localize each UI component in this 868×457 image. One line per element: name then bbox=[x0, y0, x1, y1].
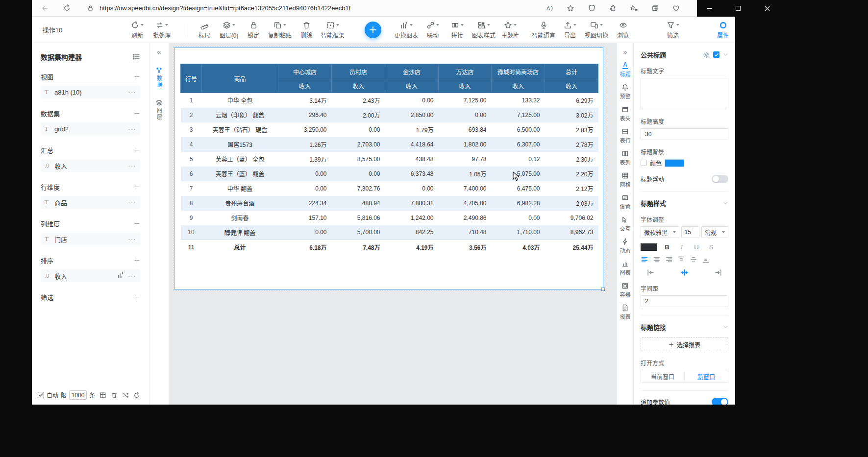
font-weight-select[interactable]: 常规 bbox=[701, 226, 728, 238]
strip-item-table-column[interactable]: 表列 bbox=[620, 150, 631, 166]
expand-panel-icon[interactable]: » bbox=[623, 48, 627, 56]
cell-value[interactable]: 9,706.02 bbox=[545, 211, 598, 225]
cell-value[interactable]: 8,575.00 bbox=[332, 152, 385, 167]
align-to-left-edge-icon[interactable] bbox=[646, 268, 655, 277]
toolbar-linkage[interactable]: 联动 bbox=[421, 20, 445, 39]
cell-value[interactable]: 6,307.00 bbox=[492, 137, 545, 152]
strip-item-grid[interactable]: 网格 bbox=[620, 172, 631, 188]
trash-icon[interactable] bbox=[111, 392, 118, 399]
table-row[interactable]: 2 云烟（印象） 翻盖 296.40 2.00万 2,850.00 0.00 7… bbox=[181, 108, 598, 122]
cell-product[interactable]: 云烟（印象） 翻盖 bbox=[202, 108, 278, 122]
cell-value[interactable]: 7,125.00 bbox=[492, 108, 545, 122]
cell-value[interactable]: 6,500.00 bbox=[492, 122, 545, 137]
cell-product[interactable]: 中华 翻盖 bbox=[202, 181, 278, 196]
browser-essentials-icon[interactable] bbox=[670, 2, 682, 15]
font-color-swatch[interactable] bbox=[641, 243, 657, 251]
table-row[interactable]: 3 芙蓉王（钻石） 硬盒 3,250.00 0.00 1.79万 693.84 … bbox=[181, 122, 598, 137]
strip-item-title[interactable]: A 标题 bbox=[620, 62, 631, 78]
table-row[interactable]: 1 中华 全包 3.14万 2.43万 0.00 7,125.00 133.32… bbox=[181, 93, 598, 108]
cell-value[interactable]: 6.29万 bbox=[545, 93, 598, 108]
cell-rowno[interactable]: 6 bbox=[181, 167, 202, 181]
cell-value[interactable]: 2.78万 bbox=[545, 137, 598, 152]
cell-value[interactable]: 0.00 bbox=[492, 211, 545, 225]
add-widget-button[interactable] bbox=[365, 22, 381, 38]
cell-value[interactable]: 0.00 bbox=[278, 167, 332, 181]
cell-value[interactable]: 4.03万 bbox=[492, 240, 545, 255]
cell-rowno[interactable]: 2 bbox=[181, 108, 202, 122]
chevron-down-icon[interactable] bbox=[723, 52, 728, 57]
cell-value[interactable]: 2,850.00 bbox=[385, 108, 439, 122]
cell-rowno[interactable]: 4 bbox=[181, 137, 202, 152]
cell-value[interactable]: 1.39万 bbox=[278, 152, 332, 167]
cell-rowno[interactable]: 1 bbox=[181, 93, 202, 108]
toolbar-chart-style[interactable]: 图表样式 bbox=[470, 20, 498, 39]
cell-value[interactable]: 488.94 bbox=[332, 196, 385, 211]
col-header-total[interactable]: 总计 bbox=[545, 64, 598, 79]
align-to-right-edge-icon[interactable] bbox=[714, 268, 722, 277]
cell-rowno[interactable]: 5 bbox=[181, 152, 202, 167]
bold-icon[interactable]: B bbox=[662, 243, 672, 251]
cell-rowno[interactable]: 11 bbox=[181, 240, 202, 255]
cell-value[interactable]: 1.26万 bbox=[278, 137, 332, 152]
cell-value[interactable]: 25.44万 bbox=[545, 240, 598, 255]
cell-value[interactable]: 7,880.31 bbox=[385, 196, 439, 211]
table-row[interactable]: 8 贵州茅台酒 224.34 488.94 7,880.31 4,705.00 … bbox=[181, 196, 598, 211]
cell-value[interactable]: 2,703.00 bbox=[332, 137, 385, 152]
tab-data[interactable]: 数据 bbox=[155, 67, 163, 88]
more-icon[interactable]: ··· bbox=[128, 126, 136, 131]
sub-header-revenue[interactable]: 收入 bbox=[545, 79, 598, 93]
cell-value[interactable]: 157.10 bbox=[278, 211, 332, 225]
table-row[interactable]: 5 芙蓉王（蓝） 全包 1.39万 8,575.00 438.48 97.78 … bbox=[181, 152, 598, 167]
sort-order-icon[interactable] bbox=[117, 272, 124, 279]
field-item[interactable]: T 门店 ··· bbox=[41, 233, 140, 245]
add-icon[interactable] bbox=[134, 294, 140, 300]
cell-product[interactable]: 贵州茅台酒 bbox=[202, 196, 278, 211]
toolbar-layers[interactable]: 图层(0) bbox=[217, 20, 241, 39]
bg-color-checkbox[interactable] bbox=[641, 160, 647, 166]
cell-value[interactable]: 2.83万 bbox=[545, 122, 598, 137]
add-icon[interactable] bbox=[134, 220, 140, 227]
cell-product[interactable]: 总计 bbox=[202, 240, 278, 255]
cell-value[interactable]: 4.19万 bbox=[385, 240, 439, 255]
cell-value[interactable]: 0.12 bbox=[492, 152, 545, 167]
cell-product[interactable]: 醇健牌 翻盖 bbox=[202, 225, 278, 240]
reload-icon[interactable] bbox=[60, 2, 73, 15]
font-size-select[interactable]: 15 bbox=[681, 226, 699, 238]
cell-rowno[interactable]: 7 bbox=[181, 181, 202, 196]
add-icon[interactable] bbox=[134, 110, 140, 117]
cell-value[interactable]: 133.32 bbox=[492, 93, 545, 108]
cell-value[interactable]: 7,125.00 bbox=[439, 93, 492, 108]
cell-value[interactable]: 0.00 bbox=[439, 108, 492, 122]
col-header-store[interactable]: 中心城店 bbox=[278, 64, 332, 79]
cell-value[interactable]: 296.40 bbox=[278, 108, 332, 122]
strip-item-table-header[interactable]: 表头 bbox=[620, 106, 631, 122]
italic-icon[interactable]: I bbox=[677, 243, 687, 251]
col-header-rowno[interactable]: 行号 bbox=[181, 64, 202, 93]
cell-value[interactable]: 6,982.28 bbox=[492, 196, 545, 211]
cell-value[interactable]: 0.00 bbox=[332, 122, 385, 137]
strip-item-dynamic[interactable]: 动态 bbox=[620, 238, 631, 254]
cell-value[interactable]: 1,802.00 bbox=[439, 137, 492, 152]
add-icon[interactable] bbox=[134, 147, 140, 153]
col-header-product[interactable]: 商品 bbox=[202, 64, 278, 93]
cell-value[interactable]: 2.12万 bbox=[545, 181, 598, 196]
toolbar-change-chart[interactable]: 更换图表 bbox=[392, 20, 421, 39]
design-canvas[interactable]: 行号 商品 中心城店 员村店 金沙店 万达店 豫城时尚商场店 总计 收入 bbox=[169, 43, 617, 405]
toolbar-theme-library[interactable]: 主题库 bbox=[498, 20, 522, 39]
more-icon[interactable]: ··· bbox=[128, 200, 136, 205]
sub-header-revenue[interactable]: 收入 bbox=[385, 79, 439, 93]
strip-item-report[interactable]: 报表 bbox=[620, 304, 631, 320]
close-button[interactable] bbox=[761, 2, 773, 15]
collapse-sidebar-icon[interactable]: « bbox=[157, 48, 161, 56]
underline-icon[interactable]: U bbox=[692, 243, 701, 251]
toolbar-batch[interactable]: 批处理 bbox=[149, 20, 174, 39]
auto-checkbox[interactable] bbox=[38, 392, 44, 398]
select-report-button[interactable]: 选择报表 bbox=[641, 337, 728, 351]
more-icon[interactable]: ··· bbox=[128, 90, 136, 95]
cell-value[interactable]: 6,475.00 bbox=[492, 181, 545, 196]
more-icon[interactable]: ··· bbox=[128, 273, 136, 278]
sub-header-revenue[interactable]: 收入 bbox=[332, 79, 385, 93]
cell-value[interactable]: 0.00 bbox=[385, 181, 439, 196]
extensions-icon[interactable] bbox=[606, 2, 619, 15]
strip-item-settings[interactable]: 设置 bbox=[620, 194, 631, 210]
